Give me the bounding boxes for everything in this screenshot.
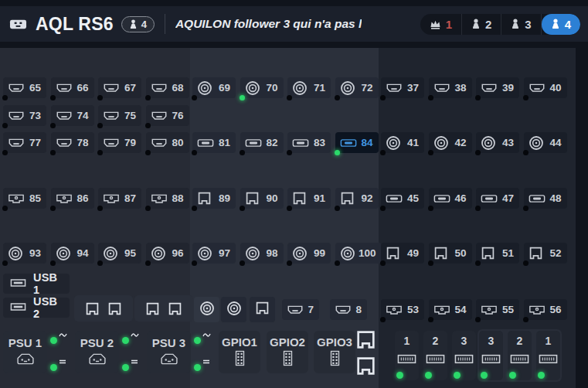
port-chip-46[interactable]: 46 <box>429 188 472 209</box>
rj45-icon[interactable] <box>85 301 100 316</box>
link-port-3[interactable]: 3 <box>479 331 503 380</box>
link-port-1[interactable]: 1 <box>536 331 560 380</box>
port-chip-80[interactable]: 80 <box>146 132 189 153</box>
psu-unit-psu-3[interactable]: PSU 3 <box>147 331 211 373</box>
port-chip-38[interactable]: 38 <box>429 77 472 98</box>
bnc-port[interactable] <box>221 297 246 322</box>
port-chip-68[interactable]: 68 <box>146 77 189 98</box>
bnc-port[interactable] <box>194 297 219 322</box>
follower-count-badge[interactable]: 4 <box>121 16 155 32</box>
port-chip-85[interactable]: 85 <box>3 188 46 209</box>
psu-unit-psu-2[interactable]: PSU 2 <box>75 331 139 373</box>
port-chip-70[interactable]: 70 <box>240 77 284 98</box>
port-chip-45[interactable]: 45 <box>381 188 424 209</box>
port-chip-65[interactable]: 65 <box>3 77 46 98</box>
port-chip-51[interactable]: 51 <box>476 243 519 264</box>
port-chip-8[interactable]: 8 <box>330 299 367 320</box>
port-led <box>287 260 292 266</box>
gpio-label: GPIO1 <box>222 335 257 349</box>
port-chip-91[interactable]: 91 <box>287 188 331 209</box>
port-chip-93[interactable]: 93 <box>3 243 46 264</box>
port-chip-72[interactable]: 72 <box>335 77 379 98</box>
port-chip-42[interactable]: 42 <box>429 132 472 153</box>
unit-tab-4[interactable]: 4 <box>542 14 580 35</box>
unit-tab-1[interactable]: 1 <box>420 14 462 35</box>
port-chip-76[interactable]: 76 <box>146 105 189 126</box>
rj45-icon[interactable] <box>168 301 182 316</box>
port-chip-67[interactable]: 67 <box>98 77 141 98</box>
port-chip-74[interactable]: 74 <box>51 105 94 126</box>
dc-led-on <box>194 364 201 371</box>
gpio-unit-gpio1[interactable]: GPIO1 <box>219 331 260 373</box>
port-chip-71[interactable]: 71 <box>287 77 331 98</box>
port-chip-50[interactable]: 50 <box>429 243 472 264</box>
port-chip-84[interactable]: 84 <box>335 132 379 153</box>
unit-tab-2[interactable]: 2 <box>462 14 501 35</box>
port-chip-83[interactable]: 83 <box>287 132 331 153</box>
port-led <box>523 260 529 266</box>
port-chip-89[interactable]: 89 <box>192 188 236 209</box>
device-frame-icon[interactable] <box>9 19 27 30</box>
port-chip-41[interactable]: 41 <box>381 132 424 153</box>
port-chip-90[interactable]: 90 <box>240 188 284 209</box>
gpio-rj45-port-2[interactable] <box>355 356 376 376</box>
port-chip-39[interactable]: 39 <box>476 77 519 98</box>
rj45-icon[interactable] <box>107 301 122 316</box>
link-port-2[interactable]: 2 <box>508 331 532 380</box>
port-led <box>50 206 56 211</box>
port-chip-92[interactable]: 92 <box>335 188 379 209</box>
usb-button-usb-2[interactable]: USB 2 <box>3 298 70 318</box>
rj45-port[interactable] <box>250 297 275 322</box>
port-chip-100[interactable]: 100 <box>335 243 382 264</box>
port-number: 82 <box>266 137 277 148</box>
unit-tab-3[interactable]: 3 <box>501 14 541 35</box>
port-chip-97[interactable]: 97 <box>192 243 236 264</box>
port-chip-49[interactable]: 49 <box>381 243 424 264</box>
gpio-unit-gpio2[interactable]: GPIO2 <box>267 331 308 373</box>
port-number: 91 <box>314 192 325 204</box>
port-chip-47[interactable]: 47 <box>476 188 519 209</box>
port-chip-99[interactable]: 99 <box>287 243 331 264</box>
port-chip-40[interactable]: 40 <box>524 77 567 98</box>
port-chip-98[interactable]: 98 <box>240 243 284 264</box>
port-chip-82[interactable]: 82 <box>240 132 284 153</box>
port-chip-55[interactable]: 55 <box>476 299 519 320</box>
psu-dc-status <box>122 359 139 371</box>
usb-label: USB 1 <box>33 271 63 296</box>
port-chip-52[interactable]: 52 <box>524 243 567 264</box>
rj45-icon[interactable] <box>145 301 160 316</box>
port-chip-37[interactable]: 37 <box>381 77 424 98</box>
port-chip-86[interactable]: 86 <box>51 188 94 209</box>
port-chip-75[interactable]: 75 <box>98 105 141 126</box>
port-led <box>380 206 386 211</box>
usb-button-usb-1[interactable]: USB 1 <box>3 274 70 294</box>
port-chip-78[interactable]: 78 <box>51 132 94 153</box>
port-chip-96[interactable]: 96 <box>146 243 189 264</box>
port-chip-77[interactable]: 77 <box>3 132 46 153</box>
port-chip-7[interactable]: 7 <box>282 299 319 320</box>
port-chip-87[interactable]: 87 <box>98 188 141 209</box>
link-port-2[interactable]: 2 <box>423 331 447 380</box>
link-port-3[interactable]: 3 <box>452 331 476 380</box>
port-chip-66[interactable]: 66 <box>51 77 94 98</box>
port-chip-53[interactable]: 53 <box>381 299 424 320</box>
link-led-on <box>509 372 516 379</box>
link-port-1[interactable]: 1 <box>395 331 419 380</box>
gpio-unit-gpio3[interactable]: GPIO3 <box>314 331 355 373</box>
port-chip-48[interactable]: 48 <box>524 188 567 209</box>
port-chip-69[interactable]: 69 <box>192 77 236 98</box>
port-chip-95[interactable]: 95 <box>98 243 141 264</box>
port-chip-79[interactable]: 79 <box>98 132 141 153</box>
port-chip-94[interactable]: 94 <box>51 243 94 264</box>
port-chip-56[interactable]: 56 <box>524 299 567 320</box>
port-chip-88[interactable]: 88 <box>146 188 189 209</box>
port-chip-54[interactable]: 54 <box>429 299 472 320</box>
port-chip-44[interactable]: 44 <box>524 132 567 153</box>
psu-unit-psu-1[interactable]: PSU 1 <box>3 331 67 373</box>
port-chip-81[interactable]: 81 <box>192 132 236 153</box>
port-chip-43[interactable]: 43 <box>476 132 519 153</box>
backplane-connector-icon <box>510 354 529 364</box>
port-chip-73[interactable]: 73 <box>3 105 46 126</box>
gpio-rj45-port-1[interactable] <box>355 329 376 350</box>
dvi-icon <box>529 304 546 315</box>
